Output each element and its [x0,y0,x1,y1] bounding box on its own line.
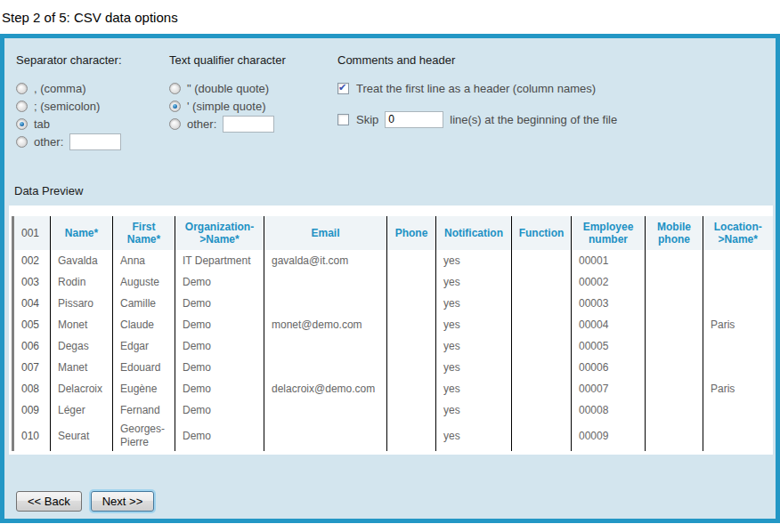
col-header-name: Name* [51,216,113,250]
cell-function [512,293,572,314]
cell-function [512,314,572,335]
cell-organization_name: Demo [175,335,264,357]
cell-phone [387,314,436,335]
separator-other-input[interactable] [69,133,121,150]
qualifier-option-label: other: [187,117,216,131]
cell-employee_number: 00004 [572,314,646,335]
cell-mobile_phone [646,293,703,314]
table-row: 007ManetEdouardDemoyes00006 [13,357,773,378]
cell-location_name [703,335,773,357]
qualifier-radio-double-quote[interactable] [169,83,181,94]
treat-header-option[interactable]: Treat the first line as a header (column… [337,79,776,97]
separator-section: Separator character: , (comma); (semicol… [12,53,166,170]
cell-location_name [703,250,773,271]
separator-option-other[interactable]: other: [16,133,166,150]
cell-email [264,357,387,378]
back-button[interactable]: << Back [16,491,82,512]
cell-notification: yes [436,335,512,357]
row-number: 009 [13,399,51,421]
cell-function [512,357,572,378]
separator-option-label: other: [34,135,63,149]
cell-mobile_phone [646,357,703,378]
separator-option-semicolon[interactable]: ; (semicolon) [16,97,166,115]
col-header-first_name: First Name* [113,216,175,250]
page-title: Step 2 of 5: CSV data options [0,0,780,34]
cell-mobile_phone [646,378,703,399]
comments-section: Comments and header Treat the first line… [334,53,776,170]
separator-options: , (comma); (semicolon)tabother: [12,79,166,150]
separator-radio-tab[interactable] [16,118,28,130]
data-preview-area: 001 Name*First Name*Organization->Name*E… [9,206,773,455]
separator-label: Separator character: [16,53,166,67]
cell-phone [387,250,436,271]
cell-employee_number: 00009 [572,421,646,451]
cell-notification: yes [436,293,512,314]
cell-email: gavalda@it.com [264,250,387,271]
skip-lines-checkbox[interactable] [337,114,349,125]
cell-email [264,399,387,421]
treat-header-checkbox[interactable] [337,83,349,94]
separator-option-comma[interactable]: , (comma) [16,79,166,97]
skip-lines-option[interactable]: Skip line(s) at the beginning of the fil… [337,109,776,129]
col-header-function: Function [512,216,572,250]
skip-lines-input[interactable] [385,111,443,128]
cell-notification: yes [436,314,512,335]
cell-name: Monet [51,314,113,335]
cell-mobile_phone [646,314,703,335]
separator-radio-semicolon[interactable] [16,101,28,112]
csv-options-panel: Separator character: , (comma); (semicol… [0,34,780,523]
cell-notification: yes [436,250,512,271]
col-header-location_name: Location->Name* [703,216,773,250]
cell-mobile_phone [646,250,703,271]
cell-function [512,399,572,421]
table-row: 010SeuratGeorges-PierreDemoyes00009 [13,421,773,451]
col-header-organization_name: Organization->Name* [175,216,264,250]
cell-location_name [703,293,773,314]
cell-function [512,378,572,399]
separator-radio-other[interactable] [16,136,28,148]
separator-option-label: , (comma) [34,82,86,95]
col-header-employee_number: Employee number [572,216,646,250]
cell-organization_name: Demo [175,293,264,314]
qualifier-radio-simple-quote[interactable] [169,101,181,112]
col-header-mobile_phone: Mobile phone [646,216,703,250]
cell-first_name: Camille [113,293,175,314]
qualifier-option-label: " (double quote) [187,82,269,95]
cell-function [512,421,572,451]
comments-label: Comments and header [337,53,776,67]
row-number: 005 [13,314,51,335]
table-row: 009LégerFernandDemoyes00008 [13,399,773,421]
cell-employee_number: 00008 [572,399,646,421]
cell-phone [387,271,436,293]
separator-radio-comma[interactable] [16,83,28,94]
table-row: 006DegasEdgarDemoyes00005 [13,335,773,357]
row-number: 002 [13,250,51,271]
cell-employee_number: 00005 [572,335,646,357]
cell-name: Manet [51,357,113,378]
qualifier-radio-other[interactable] [169,118,181,130]
cell-email [264,335,387,357]
cell-location_name [703,271,773,293]
cell-first_name: Edouard [113,357,175,378]
cell-employee_number: 00001 [572,250,646,271]
separator-option-tab[interactable]: tab [16,115,166,133]
header-row-number: 001 [13,216,51,250]
row-number: 010 [13,421,51,451]
cell-organization_name: Demo [175,357,264,378]
qualifier-option-simple-quote[interactable]: ' (simple quote) [169,97,334,115]
cell-mobile_phone [646,335,703,357]
table-row: 002GavaldaAnnaIT Departmentgavalda@it.co… [13,250,773,271]
cell-first_name: Claude [113,314,175,335]
cell-email: monet@demo.com [264,314,387,335]
next-button[interactable]: Next >> [91,491,155,512]
cell-name: Seurat [51,421,113,451]
qualifier-option-other[interactable]: other: [169,115,334,133]
col-header-notification: Notification [436,216,512,250]
qualifier-other-input[interactable] [223,116,274,133]
cell-location_name: Paris [703,314,773,335]
cell-mobile_phone [646,421,703,451]
cell-phone [387,293,436,314]
qualifier-option-double-quote[interactable]: " (double quote) [169,79,334,97]
skip-label-after: line(s) at the beginning of the file [450,113,617,126]
options-section: Separator character: , (comma); (semicol… [4,38,776,170]
